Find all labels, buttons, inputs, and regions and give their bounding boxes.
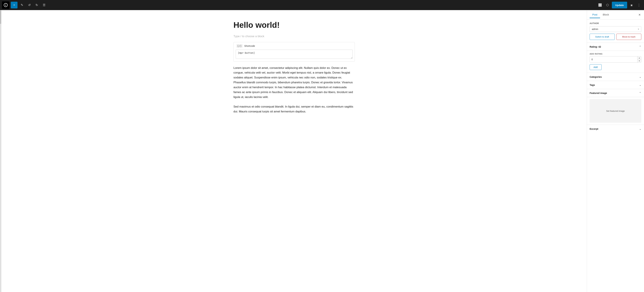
external-link-button[interactable]: ⬡: [604, 2, 610, 8]
excerpt-chevron-icon: ⌄: [639, 127, 641, 130]
more-options-button[interactable]: ⋮: [636, 2, 642, 8]
featured-image-chevron-icon: ⌄: [639, 92, 641, 94]
rating-spinners: ▲ ▼: [637, 56, 641, 62]
add-block-button[interactable]: +: [11, 2, 18, 8]
author-label: AUTHOR: [590, 22, 641, 24]
main-area: Hello world! Type / to choose a block [/…: [0, 10, 644, 292]
categories-section[interactable]: Categories ⌄: [587, 73, 644, 81]
post-paragraph-2[interactable]: Sed maximus et odio consequat blandit. I…: [234, 104, 355, 114]
sidebar-toggle-button[interactable]: ▣: [628, 2, 634, 8]
categories-title: Categories: [590, 76, 602, 78]
rating-section-header[interactable]: Rating: 42 ⌄: [587, 43, 644, 51]
editor-area: Hello world! Type / to choose a block [/…: [1, 10, 587, 292]
rating-title: Rating: 42: [590, 46, 601, 48]
set-featured-image-label[interactable]: Set featured image: [606, 110, 625, 112]
tools-button[interactable]: ✎: [19, 2, 25, 8]
tab-post[interactable]: Post: [590, 12, 600, 18]
sidebar: Post Block × AUTHOR admin Switch to draf…: [587, 10, 644, 292]
excerpt-title: Excerpt: [590, 128, 598, 130]
rating-spin-up[interactable]: ▲: [638, 56, 641, 60]
sidebar-tabs: Post Block: [590, 12, 638, 18]
post-paragraph-1[interactable]: Lorem ipsum dolor sit amet, consectetur …: [234, 66, 355, 100]
editor-content: Hello world! Type / to choose a block [/…: [234, 20, 355, 282]
add-rating-button[interactable]: Add: [590, 64, 602, 70]
shortcode-textarea[interactable]: [236, 50, 352, 59]
featured-image-title: Featured image: [590, 92, 607, 94]
update-button[interactable]: Update: [612, 2, 627, 8]
editor-scrollbar[interactable]: [0, 10, 1, 292]
author-section: AUTHOR admin Switch to draft Move to tra…: [587, 20, 644, 43]
move-to-trash-button[interactable]: Move to trash: [616, 34, 642, 40]
undo-button[interactable]: ↺: [26, 2, 32, 8]
block-placeholder[interactable]: Type / to choose a block: [234, 34, 355, 39]
list-view-button[interactable]: ☰: [41, 2, 47, 8]
featured-image-placeholder[interactable]: Set featured image: [590, 99, 641, 123]
featured-image-body: Set featured image: [587, 97, 644, 125]
sidebar-close-button[interactable]: ×: [638, 12, 641, 18]
toolbar-right: ⬜ ⬡ Update ▣ ⋮: [597, 2, 642, 8]
excerpt-section[interactable]: Excerpt ⌄: [587, 125, 644, 133]
categories-chevron-icon: ⌄: [639, 75, 641, 78]
sidebar-header: Post Block ×: [587, 10, 644, 20]
post-title[interactable]: Hello world!: [234, 20, 355, 30]
rating-input-wrapper: ▲ ▼: [590, 56, 641, 62]
rating-number-input[interactable]: [590, 56, 637, 62]
tab-block[interactable]: Block: [600, 12, 612, 18]
sidebar-body: AUTHOR admin Switch to draft Move to tra…: [587, 20, 644, 292]
rating-chevron-icon: ⌄: [639, 45, 641, 48]
shortcode-icon: [/]: [236, 44, 242, 48]
redo-button[interactable]: ↻: [34, 2, 40, 8]
scroll-thumb: [0, 10, 1, 24]
rating-spin-down[interactable]: ▼: [638, 60, 641, 62]
shortcode-header: [/] Shortcode: [234, 42, 354, 50]
tags-chevron-icon: ⌄: [639, 83, 641, 86]
action-buttons: Switch to draft Move to trash: [590, 34, 641, 40]
tags-title: Tags: [590, 84, 595, 86]
shortcode-block: [/] Shortcode: [234, 42, 355, 62]
rating-body: ADD RATING ▲ ▼ Add: [587, 51, 644, 73]
tags-section[interactable]: Tags ⌄: [587, 81, 644, 89]
preview-button[interactable]: ⬜: [597, 2, 603, 8]
shortcode-label: Shortcode: [244, 44, 255, 47]
add-rating-label: ADD RATING: [590, 53, 641, 55]
author-select[interactable]: admin: [590, 26, 641, 32]
toolbar: + ✎ ↺ ↻ ☰ ⬜ ⬡ Update ▣ ⋮: [0, 0, 644, 10]
wordpress-logo[interactable]: [2, 1, 10, 9]
switch-to-draft-button[interactable]: Switch to draft: [590, 34, 615, 40]
featured-image-header[interactable]: Featured image ⌄: [587, 89, 644, 97]
